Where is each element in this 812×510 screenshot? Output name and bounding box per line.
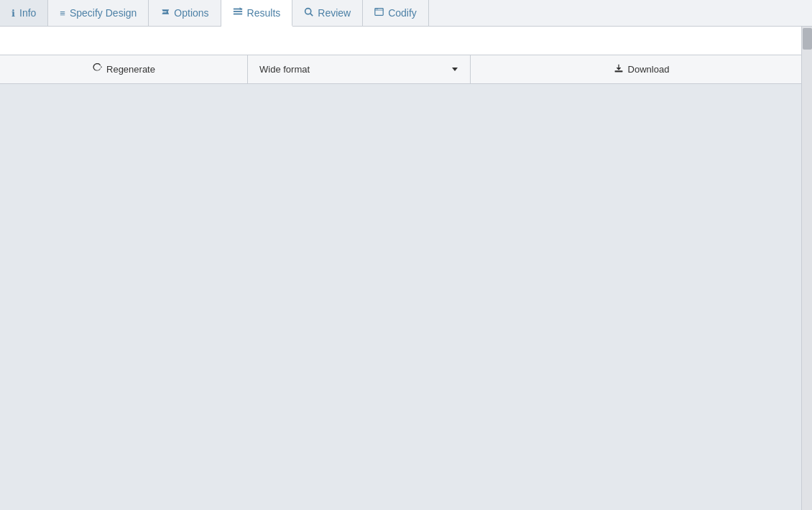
- format-select[interactable]: Wide format: [248, 55, 471, 83]
- download-button[interactable]: Download: [471, 55, 812, 83]
- tab-info[interactable]: ℹ Info: [0, 0, 48, 26]
- chevron-down-icon: [451, 64, 458, 75]
- tab-results[interactable]: Results: [221, 0, 293, 27]
- svg-point-4: [305, 9, 311, 14]
- download-icon: [614, 63, 624, 75]
- specify-design-icon: ≡: [60, 8, 65, 19]
- svg-marker-10: [452, 68, 458, 71]
- svg-rect-12: [614, 71, 622, 73]
- tab-info-label: Info: [19, 7, 36, 19]
- tab-options[interactable]: Options: [149, 0, 221, 26]
- tab-codify[interactable]: Codify: [363, 0, 429, 26]
- action-bar: Regenerate Wide format Download: [0, 55, 812, 84]
- scrollbar[interactable]: [801, 27, 812, 510]
- tab-bar: ℹ Info ≡ Specify Design Options: [0, 0, 812, 27]
- tab-specify-design-label: Specify Design: [70, 7, 137, 19]
- svg-point-8: [376, 9, 377, 9]
- regenerate-icon: [92, 63, 102, 75]
- toolbar-strip: [0, 27, 812, 55]
- svg-rect-1: [233, 11, 241, 12]
- tab-options-label: Options: [174, 7, 208, 19]
- format-select-label: Wide format: [259, 64, 310, 75]
- regenerate-button[interactable]: Regenerate: [0, 55, 248, 83]
- codify-icon: [374, 7, 384, 19]
- results-icon: [233, 6, 243, 19]
- tab-results-label: Results: [247, 7, 281, 19]
- options-icon: [160, 7, 170, 19]
- scrollbar-thumb[interactable]: [803, 28, 812, 50]
- svg-line-5: [310, 14, 313, 16]
- svg-rect-2: [233, 14, 241, 15]
- review-icon: [304, 7, 313, 19]
- regenerate-label: Regenerate: [106, 64, 155, 75]
- download-label: Download: [628, 64, 670, 75]
- info-icon: ℹ: [11, 8, 15, 19]
- tab-specify-design[interactable]: ≡ Specify Design: [48, 0, 149, 26]
- svg-point-9: [377, 9, 378, 9]
- tab-review-label: Review: [318, 7, 351, 19]
- tab-review[interactable]: Review: [292, 0, 363, 26]
- main-content: [0, 84, 812, 510]
- tab-codify-label: Codify: [388, 7, 417, 19]
